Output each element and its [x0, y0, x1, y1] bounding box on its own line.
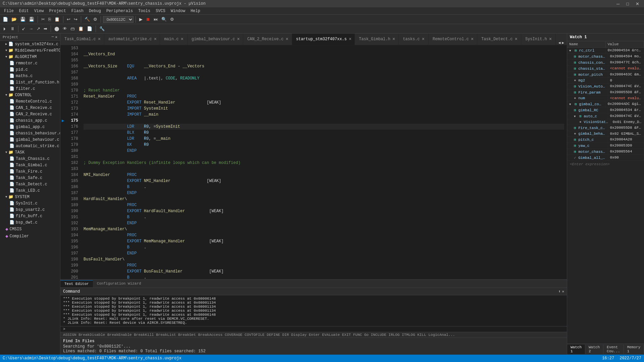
debug-stop-button[interactable]: ⏹	[145, 16, 152, 22]
tab-sysinit-h[interactable]: SysInit.h ×	[521, 34, 556, 45]
tab-scroll-left[interactable]: ◀	[558, 41, 561, 45]
watch-tab-event-counter[interactable]: Event Cou...	[603, 345, 624, 354]
tree-item-maths[interactable]: 📄 maths.c	[0, 73, 60, 79]
tree-item-cmsis[interactable]: ◆ CMSIS	[0, 226, 60, 233]
watch-row-fire-task[interactable]: ⊞ Fire_task_control 0x200055D8 &Fire_par…	[567, 125, 644, 131]
tree-item-chassis-behaviour[interactable]: 📄 chassis_behaviour.c	[0, 130, 60, 136]
tree-item-auto-strike[interactable]: 📄 automatic_strike.c	[0, 143, 60, 149]
tree-item-compiler[interactable]: ◆ Compiler	[0, 233, 60, 240]
tab-auto-strike[interactable]: automatic_strike.c ×	[104, 34, 160, 45]
watch-row-auto-c[interactable]: ▼ ⊞ auto_c 0x2000474C &Vision_...	[567, 113, 644, 119]
copy-button[interactable]: ⎘	[47, 16, 52, 22]
tree-item-system[interactable]: ▶ 📄 system_stm32f4xx.c	[0, 41, 60, 47]
watch-button[interactable]: 👁	[61, 25, 68, 32]
tree-item-task-led[interactable]: 📄 Task_LED.c	[0, 187, 60, 194]
cut-button[interactable]: ✂	[40, 16, 46, 22]
tab-scroll-right[interactable]: ▶	[562, 41, 564, 45]
maximize-button[interactable]: □	[624, 1, 631, 6]
menu-project[interactable]: Project	[46, 8, 68, 14]
tree-item-list-function[interactable]: 📄 list_of_function.h	[0, 79, 60, 85]
tree-item-bsp-usart2[interactable]: 📄 bsp_usart2.c	[0, 206, 60, 213]
undo-button[interactable]: ↩	[65, 16, 72, 22]
step-out[interactable]: ↗	[35, 25, 42, 32]
tree-item-remote-control[interactable]: 📄 RemoteControl.c	[0, 98, 60, 105]
memory-button[interactable]: 🗃	[69, 25, 76, 32]
build-button[interactable]: 🔨	[83, 16, 91, 22]
menu-tools[interactable]: Tools	[136, 8, 153, 14]
menu-help[interactable]: Help	[188, 8, 203, 14]
tree-item-gimbal-behaviour[interactable]: 📄 gimbal_behaviour.c	[0, 136, 60, 143]
watch-row-gimbal-rc[interactable]: ⊞ gimbal_RC 0x20004534 &rc_ctrl...	[567, 107, 644, 113]
run-button[interactable]: ⏵	[1, 25, 8, 32]
tree-item-can2[interactable]: 📄 CAN_2_Receive.c	[0, 111, 60, 117]
new-file-button[interactable]: 📄	[1, 16, 9, 22]
watch-tab-1[interactable]: Watch 1	[567, 345, 585, 354]
tree-item-algorithm[interactable]: ▼ 📁 ALGORITHM	[0, 54, 60, 60]
watch-enter-expression[interactable]: <Enter expression>	[567, 161, 644, 168]
tree-item-rmmotor[interactable]: 📄 rmmotor.c	[0, 60, 60, 66]
config-wizard-tab[interactable]: Configuration Wizard	[93, 280, 145, 287]
tree-collapse-icon[interactable]: ─	[52, 35, 54, 39]
tree-item-fifo-buff[interactable]: 📄 fifo_buff.c	[0, 213, 60, 219]
tree-close-icon[interactable]: ✕	[55, 35, 57, 39]
watch-tab-2[interactable]: Watch 2	[585, 345, 603, 354]
menu-edit[interactable]: Edit	[16, 8, 32, 14]
tab-close-icon[interactable]: ×	[471, 37, 474, 42]
tree-item-control[interactable]: ▼ 📁 CONTROL	[0, 92, 60, 98]
watch-row-fire-param[interactable]: ⊞ Fire_param 0x200055D8 &Fire_par..	[567, 89, 644, 96]
watch-row-gimbal-behaviour[interactable]: ● gimbal_behaviour 0x02 GIMBAL_STANDB	[567, 131, 644, 137]
tree-item-chassis-app[interactable]: 📄 chassis_app.c	[0, 117, 60, 124]
tab-close-icon[interactable]: ×	[392, 37, 395, 42]
step-over[interactable]: →	[28, 25, 35, 32]
tab-close-icon[interactable]: ×	[349, 37, 352, 42]
tree-item-gimbal-app[interactable]: 📄 gimbal_app.c	[0, 124, 60, 130]
menu-svcs[interactable]: SVCS	[153, 8, 168, 14]
tab-task-gimbal[interactable]: Task_Gimbal.c ×	[60, 34, 104, 45]
debug-start-button[interactable]: ▶	[138, 16, 144, 22]
tree-item-task-chassis[interactable]: 📄 Task_Chassis.c	[0, 156, 60, 162]
watch-row-motor-pitch[interactable]: ⊞ motor_pitch 0x2000463C &motor_...	[567, 72, 644, 78]
save-button[interactable]: 💾	[19, 16, 27, 22]
watch-row-vision-auto[interactable]: ⊞ Vision_Auto_Data 0x2000474C &Vision_..…	[567, 83, 644, 89]
tab-main[interactable]: main.c ×	[160, 34, 187, 45]
tab-close-icon[interactable]: ×	[549, 37, 552, 42]
tab-close-icon[interactable]: ×	[154, 37, 157, 42]
watch-row-chassis-control[interactable]: ⊞ chassis_control 0x200477C &chassis_..	[567, 60, 644, 66]
build-all-button[interactable]: ⚙	[92, 16, 99, 22]
menu-window[interactable]: Window	[168, 8, 188, 14]
tab-close-icon[interactable]: ×	[237, 37, 240, 42]
tab-close-icon[interactable]: ×	[181, 37, 183, 42]
tree-item-task-fire[interactable]: 📄 Task_Fire.c	[0, 168, 60, 175]
tab-close-icon[interactable]: ×	[98, 37, 101, 42]
register-button[interactable]: 📋	[77, 25, 85, 32]
watch-row-motor-chassis-1[interactable]: ⊞ motor_chassis 0x20004594 motor_ch...	[567, 54, 644, 60]
watch-row-motor-chassis-2[interactable]: ⊞ motor_chassis 0x20005564	[567, 149, 644, 155]
tree-item-task-gimbal[interactable]: 📄 Task_Gimbal.c	[0, 162, 60, 168]
tree-item-pid[interactable]: 📄 pid.c	[0, 66, 60, 73]
minimize-button[interactable]: ─	[614, 1, 622, 6]
tree-item-task-detect[interactable]: 📄 Task_Detect.c	[0, 181, 60, 187]
watch-row-vision-status[interactable]: ● VisionStatus 0x01 Enemy_Disappear	[567, 119, 644, 125]
tab-close-icon[interactable]: ×	[285, 37, 288, 42]
tab-task-gimbal-h[interactable]: Task_Gimbal.h ×	[355, 34, 399, 45]
settings-button[interactable]: ⚙	[169, 16, 175, 22]
open-button[interactable]: 📂	[10, 16, 18, 22]
watch-row-chassis-statue[interactable]: ⊞ chassis_statue <cannot evaluate>	[567, 66, 644, 72]
tab-tasks[interactable]: tasks.c ×	[399, 34, 429, 45]
watch-row-mg2[interactable]: ● mg2 0	[567, 78, 644, 83]
step-into[interactable]: ↙	[20, 25, 27, 32]
watch-tab-memory-1[interactable]: Memory 1	[624, 345, 644, 354]
watch-row-yaw-c[interactable]: ⊞ yaw_c 0x200053D0	[567, 143, 644, 149]
run-to-cursor[interactable]: ➡	[42, 25, 49, 32]
tree-item-sysinit[interactable]: 📄 SysInit.c	[0, 200, 60, 206]
tab-can2-receive[interactable]: CAN_2_Receive.c ×	[243, 34, 292, 45]
tree-item-bsp-dwt[interactable]: 📄 bsp_dwt.c	[0, 219, 60, 226]
extra-button[interactable]: 🔧	[98, 25, 106, 32]
tree-item-can1[interactable]: 📄 CAN_1_Receive.c	[0, 105, 60, 111]
zoom-button[interactable]: 🔍	[160, 16, 168, 22]
menu-debug[interactable]: Debug	[86, 8, 104, 14]
tab-gimbal-behaviour[interactable]: gimbal_behaviour.c ×	[187, 34, 243, 45]
tab-task-detect[interactable]: Task_Detect.c ×	[477, 34, 521, 45]
tree-item-task-safe[interactable]: 📄 Task_Safe.c	[0, 175, 60, 181]
menu-view[interactable]: View	[32, 8, 47, 14]
